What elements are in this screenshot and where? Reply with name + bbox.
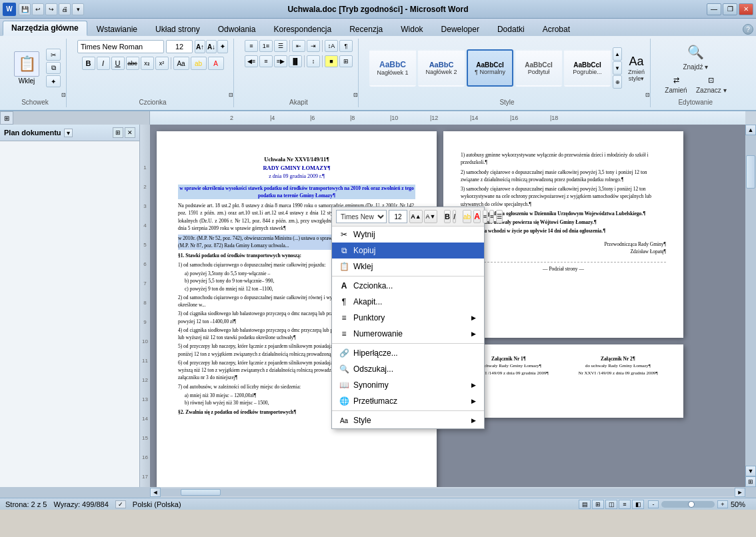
minimize-button[interactable]: — [707,3,721,15]
superscript-button[interactable]: x² [155,57,169,70]
italic-button[interactable]: I [97,57,110,70]
ctx-font-color-button[interactable]: A [473,210,481,223]
underline-button[interactable]: U [111,57,125,70]
styles-more[interactable]: ⊕ [613,75,622,89]
nav-close-button[interactable]: ✕ [125,127,135,138]
ctx-font-grow-button[interactable]: A▲ [409,210,423,223]
ctx-italic-button[interactable]: I [453,210,456,223]
align-right-button[interactable]: ≡▶ [274,55,287,67]
zoom-thumb[interactable] [688,501,695,508]
subscript-button[interactable]: x₂ [141,57,154,70]
number-list-button[interactable]: 1≡ [259,40,273,52]
ctx-copy-item[interactable]: ⧉ Kopiuj [332,243,484,259]
show-marks-button[interactable]: ¶ [339,40,353,52]
paste-button[interactable]: 📋 Wklej [9,49,44,87]
cut-button[interactable]: ✂ [46,49,61,61]
ctx-align-button[interactable]: ≡ [483,210,487,223]
ctx-paste-item[interactable]: 📋 Wklej [332,259,484,274]
borders-button[interactable]: ⊞ [339,55,353,67]
view-outline-button[interactable]: ≡ [619,500,631,509]
line-spacing-button[interactable]: ↕ [307,55,320,67]
nav-layout-button[interactable]: ⊞ [113,127,123,138]
style-heading2[interactable]: AaBbC Nagłówek 2 [418,49,465,87]
tab-addins[interactable]: Dodatki [489,22,533,36]
scroll-down-button[interactable]: ▼ [745,466,756,476]
customize-button[interactable]: ▾ [72,3,84,15]
tab-review[interactable]: Recenzja [341,22,391,36]
ctx-font-shrink-button[interactable]: A▼ [424,210,437,223]
ctx-synonyms-item[interactable]: 📖 Synonimy ▶ [332,377,484,393]
case-button[interactable]: Aa [173,57,189,70]
clipboard-expand[interactable]: ⊡ [61,92,66,98]
para-expand[interactable]: ⊡ [353,92,358,98]
proofing-icon[interactable]: ✓ [115,500,126,508]
copy-button[interactable]: ⧉ [46,62,61,74]
change-styles-button[interactable]: Aa Zmieństyle▾ [628,55,645,82]
view-fullscreen-button[interactable]: ⊞ [592,500,604,509]
font-color-button[interactable]: A [208,57,224,70]
scroll-bottom-button[interactable]: ⊞ [745,476,756,487]
font-name-input[interactable] [77,40,164,53]
ctx-font-select[interactable]: Times New [336,210,387,223]
h-scroll-thumb[interactable] [181,489,221,496]
style-normal[interactable]: AaBbCcI ¶ Normalny [467,49,513,87]
ruler-toggle[interactable]: ⊞ [0,111,13,125]
paste-format-button[interactable]: ✦ [46,75,61,87]
scroll-track[interactable] [745,135,756,466]
ctx-translate-item[interactable]: 🌐 Przetłumacz ▶ [332,393,484,409]
sort-button[interactable]: ↕A [325,40,338,52]
style-bold[interactable]: AaBbCcI Pogrubie... [564,49,611,87]
close-button[interactable]: ✕ [739,3,753,15]
help-button[interactable]: ? [743,24,753,35]
highlight-button[interactable]: ab [191,57,207,70]
styles-expand[interactable]: ⊡ [645,92,650,98]
h-scroll-track[interactable] [161,488,735,496]
style-subtitle[interactable]: AaBbCcI Podtytuł [515,49,562,87]
clear-format-button[interactable]: ✦ [217,40,228,53]
tab-view[interactable]: Widok [392,22,431,36]
font-grow-button[interactable]: A↑ [195,40,205,53]
tab-insert[interactable]: Wstawianie [88,22,146,36]
align-center-button[interactable]: ≡ [259,55,273,67]
ctx-list-button[interactable]: ☰ [496,210,503,223]
ctx-styles-item[interactable]: Aa Style ▶ [332,412,484,428]
ctx-hyperlink-item[interactable]: 🔗 Hiperłącze... [332,345,484,361]
multilevel-list-button[interactable]: ☰ [274,40,287,52]
ctx-find-item[interactable]: 🔍 Odszukaj... [332,361,484,377]
ctx-bullets-item[interactable]: ≡ Punktory ▶ [332,310,484,326]
font-shrink-button[interactable]: A↓ [206,40,217,53]
find-button[interactable]: 🔍 Znajdź ▾ [679,40,711,73]
view-draft-button[interactable]: ◧ [632,500,644,509]
ctx-highlight-button[interactable]: ab [463,210,471,223]
scroll-up-button[interactable]: ▲ [745,125,756,135]
zoom-out-button[interactable]: - [648,500,659,508]
zoom-in-button[interactable]: + [717,500,728,508]
h-scroll-left-button[interactable]: ◄ [150,488,161,497]
replace-button[interactable]: ⇄ Zamień [661,74,691,96]
bullet-list-button[interactable]: ≡ [245,40,258,52]
tab-home[interactable]: Narzędzia główne [3,21,87,36]
decrease-indent-button[interactable]: ⇤ [292,40,305,52]
print-button[interactable]: 🖨 [59,3,71,15]
undo-button[interactable]: ↩ [32,3,44,15]
nav-dropdown-button[interactable]: ▾ [64,129,73,137]
align-left-button[interactable]: ◀≡ [245,55,258,67]
styles-scroll-up[interactable]: ▲ [613,47,622,61]
styles-scroll-down[interactable]: ▼ [613,61,622,75]
redo-button[interactable]: ↪ [45,3,57,15]
increase-indent-button[interactable]: ⇥ [307,40,320,52]
ctx-font-size-input[interactable] [389,210,407,223]
style-heading1[interactable]: AaBbC Nagłówek 1 [369,49,416,87]
restore-button[interactable]: ❐ [723,3,737,15]
ctx-numbering-item[interactable]: ≡ Numerowanie ▶ [332,326,484,342]
tab-acrobat[interactable]: Acrobat [534,22,579,36]
ctx-align-button2[interactable]: ≡ [489,210,494,223]
save-button[interactable]: 💾 [19,3,31,15]
justify-button[interactable]: ▐▌ [289,55,302,67]
ctx-font-item[interactable]: A Czcionka... [332,278,484,294]
zoom-slider[interactable] [661,501,715,508]
ctx-cut-item[interactable]: ✂ Wytnij [332,227,484,243]
view-web-button[interactable]: ◫ [605,500,617,509]
tab-developer[interactable]: Deweloper [433,22,488,36]
select-button[interactable]: ⊡ Zaznacz ▾ [693,74,730,96]
